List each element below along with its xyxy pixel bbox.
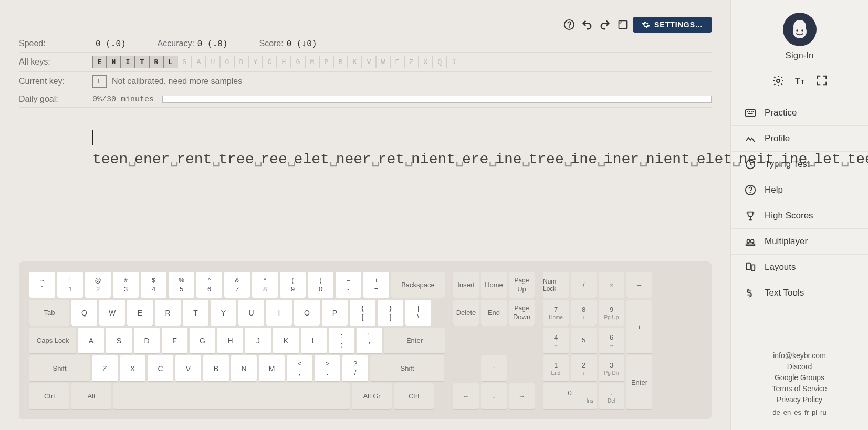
key[interactable]: 6→ <box>599 328 624 353</box>
typing-text[interactable]: teen␣ener␣rent␣tree␣ree␣elet␣neer␣ret␣ni… <box>92 125 618 171</box>
key[interactable]: L <box>301 328 327 353</box>
key[interactable]: <, <box>287 355 312 381</box>
key[interactable]: %5 <box>169 272 194 298</box>
key[interactable]: End <box>481 300 507 326</box>
key[interactable]: Insert <box>453 272 479 298</box>
key[interactable]: Enter <box>384 328 445 353</box>
key[interactable]: |\ <box>405 300 431 326</box>
key[interactable]: Ctrl <box>29 383 69 409</box>
key[interactable]: I <box>266 300 292 326</box>
key[interactable]: $4 <box>141 272 166 298</box>
keychip-inactive[interactable]: Z <box>404 56 419 68</box>
lang-link[interactable]: de <box>772 407 780 418</box>
key[interactable]: "' <box>357 328 382 353</box>
key[interactable]: PageDown <box>509 300 535 326</box>
key[interactable]: V <box>175 355 201 381</box>
key[interactable]: Home <box>481 272 507 298</box>
key[interactable]: Caps Lock <box>29 328 76 353</box>
keychip-inactive[interactable]: X <box>419 56 433 68</box>
key[interactable]: Alt Gr <box>352 383 392 409</box>
fullscreen-icon[interactable] <box>615 17 630 32</box>
key[interactable]: #3 <box>113 272 139 298</box>
key[interactable]: → <box>509 383 535 409</box>
sidebar-item[interactable]: Profile <box>731 126 868 152</box>
keychip-inactive[interactable]: Q <box>433 56 447 68</box>
keychip-inactive[interactable]: V <box>362 56 376 68</box>
key[interactable]: ?/ <box>342 355 368 381</box>
key[interactable]: :; <box>329 328 354 353</box>
key[interactable]: *8 <box>252 272 278 298</box>
key[interactable]: ← <box>453 383 479 409</box>
footer-link[interactable]: Discord <box>741 361 857 372</box>
key[interactable]: !1 <box>57 272 83 298</box>
key[interactable]: – <box>626 272 652 298</box>
key[interactable]: }] <box>378 300 403 326</box>
key[interactable]: D <box>134 328 160 353</box>
key[interactable]: 2↓ <box>571 355 597 381</box>
key[interactable]: 4← <box>543 328 569 353</box>
footer-link[interactable]: Privacy Policy <box>741 394 857 405</box>
key[interactable]: T <box>183 300 208 326</box>
expand-icon[interactable] <box>816 75 828 89</box>
key[interactable]: .Del <box>599 383 624 409</box>
keychip-active[interactable]: E <box>92 56 107 68</box>
sidebar-item[interactable]: Layouts <box>731 255 868 280</box>
key[interactable]: B <box>203 355 229 381</box>
keychip-inactive[interactable]: P <box>319 56 333 68</box>
key[interactable]: >. <box>315 355 340 381</box>
footer-link[interactable]: Google Groups <box>741 372 857 383</box>
key[interactable]: C <box>148 355 173 381</box>
key[interactable]: S <box>106 328 132 353</box>
keychip-active[interactable]: L <box>163 56 177 68</box>
lang-link[interactable]: fr <box>804 407 809 418</box>
key[interactable]: N <box>231 355 257 381</box>
key[interactable]: Backspace <box>391 272 445 298</box>
sidebar-item[interactable]: Text Tools <box>731 280 868 306</box>
key[interactable]: ~` <box>29 272 55 298</box>
key[interactable]: A <box>78 328 104 353</box>
key[interactable]: × <box>599 272 624 298</box>
footer-link[interactable]: info@keybr.com <box>741 350 857 361</box>
key[interactable]: ↑ <box>481 355 507 381</box>
key[interactable]: Enter <box>626 355 652 409</box>
key[interactable]: Y <box>211 300 236 326</box>
key[interactable]: += <box>363 272 389 298</box>
lang-link[interactable]: en <box>783 407 791 418</box>
key[interactable]: 3Pg Dn <box>599 355 624 381</box>
undo-icon[interactable] <box>580 17 594 32</box>
key[interactable]: @2 <box>85 272 111 298</box>
keychip-active[interactable]: T <box>135 56 149 68</box>
key[interactable]: –- <box>336 272 361 298</box>
key[interactable]: U <box>238 300 264 326</box>
keychip-inactive[interactable]: K <box>348 56 362 68</box>
text-size-icon[interactable]: TT <box>794 75 807 89</box>
avatar-icon[interactable] <box>783 13 817 46</box>
key[interactable]: M <box>259 355 285 381</box>
keychip-inactive[interactable]: G <box>291 56 305 68</box>
key[interactable]: 1End <box>543 355 569 381</box>
key[interactable]: P <box>322 300 348 326</box>
keychip-inactive[interactable]: O <box>220 56 234 68</box>
key[interactable]: Num Lock <box>543 272 569 298</box>
settings-button[interactable]: SETTINGS… <box>633 17 712 33</box>
sidebar-item[interactable]: Multiplayer <box>731 229 868 255</box>
key[interactable]: Shift <box>29 355 90 381</box>
help-icon[interactable] <box>562 17 577 32</box>
keychip-inactive[interactable]: J <box>447 56 461 68</box>
key[interactable]: J <box>245 328 271 353</box>
key[interactable]: {[ <box>350 300 375 326</box>
key[interactable]: / <box>571 272 597 298</box>
key[interactable]: F <box>162 328 187 353</box>
keychip-inactive[interactable]: H <box>277 56 291 68</box>
sidebar-item[interactable]: High Scores <box>731 203 868 229</box>
key[interactable]: O <box>294 300 320 326</box>
key[interactable]: 8↑ <box>571 300 597 326</box>
footer-link[interactable]: Terms of Service <box>741 383 857 394</box>
keychip-inactive[interactable]: M <box>305 56 319 68</box>
sidebar-item[interactable]: Practice <box>731 100 868 126</box>
key[interactable] <box>113 383 350 409</box>
key[interactable]: ^6 <box>196 272 222 298</box>
key[interactable]: R <box>155 300 181 326</box>
key[interactable]: )0 <box>308 272 333 298</box>
key[interactable]: H <box>217 328 243 353</box>
